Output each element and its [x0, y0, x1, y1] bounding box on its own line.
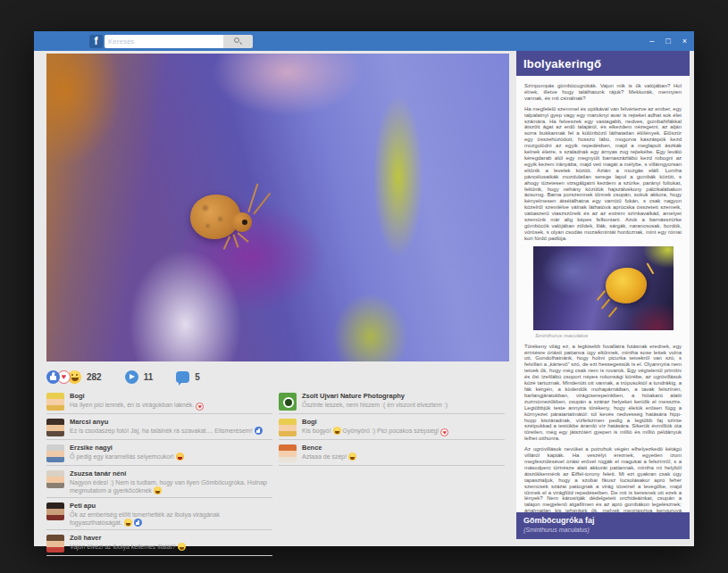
- comment-row: Zoli haverVajon élvezi az ibolya kelleme…: [46, 530, 272, 556]
- bug-antenna: [253, 193, 271, 215]
- comment-text: Vajon élvezi az ibolya kellemes illatát?: [70, 543, 186, 551]
- springtail-bug-figure: [190, 189, 253, 248]
- avatar[interactable]: [279, 419, 297, 436]
- avatar[interactable]: [279, 393, 297, 411]
- comments-right-column: Zsolt Ujvari Nature PhotographyŐszinte l…: [279, 388, 505, 556]
- reactions-row: ♥ 282 11 5: [46, 361, 509, 386]
- like-reaction-icon[interactable]: [46, 370, 60, 384]
- species-footer: Gömböcugróka faj (Sminthurus maculatus): [516, 512, 690, 539]
- comment-author[interactable]: Zsuzsa tanár néni: [70, 469, 272, 478]
- comment-row: Zsolt Ujvari Nature PhotographyŐszinte l…: [279, 388, 505, 414]
- article-paragraph: Az ugróvillások nevüket a potrohuk végén…: [524, 446, 682, 512]
- heart-eyes-emoji-icon: [176, 453, 184, 461]
- window-controls: – □ ×: [649, 31, 687, 51]
- bug-body: [190, 195, 240, 239]
- comment-text: Ha ilyen pici lennék, én is virágokban l…: [70, 401, 204, 411]
- avatar[interactable]: [46, 470, 64, 488]
- comment-row: BogiKis bogyó! Gyönyörű :) Pici pocakos …: [279, 414, 505, 440]
- comment-row: Zsuzsa tanár néniNagyon édes! :) Nem is …: [46, 466, 272, 498]
- species-name: Gömböcugróka faj: [523, 516, 682, 526]
- comments-left-column: BogiHa ilyen pici lennék, én is virágokb…: [46, 388, 272, 556]
- comment-author[interactable]: Bogi: [70, 392, 204, 401]
- heart-emoji-icon: ♥: [196, 403, 204, 411]
- blue-like-emoji-icon: [255, 427, 263, 435]
- facebook-logo-icon[interactable]: f: [89, 35, 103, 48]
- bug-leg: [232, 234, 238, 248]
- comment-text: Nagyon édes! :) Nem is tudtam, hogy van …: [70, 478, 272, 494]
- title-bar: f – □ ×: [34, 31, 694, 51]
- post-photo[interactable]: [46, 54, 509, 361]
- comment-text: Ő pedig egy karamellás selyemcukor!: [70, 453, 184, 461]
- comment-text: Ők az emberiség előtt ismerhették az ibo…: [70, 511, 272, 527]
- comment-bubble-icon[interactable]: [176, 371, 189, 383]
- laugh-emoji-icon: [333, 427, 341, 435]
- comment-body: Zsuzsa tanár néniNagyon édes! :) Nem is …: [70, 469, 272, 494]
- avatar[interactable]: [46, 502, 64, 520]
- comment-text: Aztaaa de szép!: [302, 453, 356, 461]
- species-latin-name: (Sminthurus maculatus): [523, 526, 682, 534]
- laugh-emoji-icon: [348, 453, 356, 461]
- bug-eye: [242, 220, 247, 225]
- comment-body: Zoli haverVajon élvezi az ibolya kelleme…: [70, 534, 186, 552]
- reaction-count[interactable]: 282: [87, 372, 102, 382]
- comment-body: BenceAztaaa de szép!: [302, 444, 356, 462]
- comment-row: Marcsi anyuEz is csodaszép fotó! Jaj, ha…: [46, 414, 272, 440]
- app-window: f – □ ×: [34, 31, 694, 546]
- comment-body: BogiKis bogyó! Gyönyörű :) Pici pocakos …: [302, 418, 448, 436]
- laugh-emoji-icon: [154, 486, 162, 494]
- laugh-emoji-icon: [124, 519, 132, 527]
- comment-body: Zsolt Ujvari Nature PhotographyŐszinte l…: [302, 392, 448, 411]
- comment-body: Marcsi anyuEz is csodaszép fotó! Jaj, ha…: [70, 418, 263, 436]
- comment-author[interactable]: Erzsike nagyi: [70, 444, 184, 453]
- comment-author[interactable]: Bence: [302, 444, 356, 453]
- comment-body: BogiHa ilyen pici lennék, én is virágokb…: [70, 392, 204, 411]
- comment-text: Ez is csodaszép fotó! Jaj, ha találnék r…: [70, 427, 263, 435]
- bug-leg: [237, 232, 249, 243]
- article-inline-photo[interactable]: [533, 246, 674, 330]
- comment-author[interactable]: Bogi: [302, 418, 448, 427]
- search-input[interactable]: [105, 35, 223, 48]
- article-paragraph: Színpompás gömböcugrókák. Vajon mik is ő…: [524, 83, 682, 102]
- comment-row: BogiHa ilyen pici lennék, én is virágokb…: [46, 388, 272, 414]
- comment-row: Erzsike nagyiŐ pedig egy karamellás sely…: [46, 440, 272, 466]
- article-sidebar: Ibolyakeringő Színpompás gömböcugrókák. …: [516, 51, 690, 546]
- yellow-springtail-figure: [606, 268, 647, 303]
- post-column: ♥ 282 11 5 BogiHa ilyen pici lennék, én …: [34, 51, 509, 546]
- comment-author[interactable]: Peti apu: [70, 502, 272, 511]
- close-button[interactable]: ×: [682, 37, 687, 46]
- article-paragraph: Törékeny világ ez, a legkisebb fuvallatr…: [524, 344, 682, 443]
- comment-body: Peti apuŐk az emberiség előtt ismerhetté…: [70, 502, 272, 527]
- avatar[interactable]: [46, 419, 64, 436]
- wink-emoji-icon: [178, 543, 186, 551]
- photo-caption: Sminthurus maculatus: [535, 333, 682, 338]
- share-icon[interactable]: [125, 370, 138, 384]
- avatar[interactable]: [46, 444, 64, 462]
- minimize-button[interactable]: –: [649, 37, 654, 46]
- comment-text: Kis bogyó! Gyönyörű :) Pici pocakos szép…: [302, 427, 448, 436]
- article-body: Színpompás gömböcugrókák. Vajon mik is ő…: [516, 76, 690, 512]
- maximize-button[interactable]: □: [665, 37, 670, 46]
- comment-author[interactable]: Zsolt Ujvari Nature Photography: [302, 392, 448, 401]
- avatar[interactable]: [279, 444, 297, 462]
- bug-leg: [222, 236, 230, 249]
- blue-like-emoji-icon: [134, 519, 142, 527]
- avatar[interactable]: [46, 535, 64, 552]
- heart-emoji-icon: ♥: [440, 428, 448, 436]
- comment-row: BenceAztaaa de szép!: [279, 440, 505, 466]
- share-count[interactable]: 11: [144, 372, 154, 382]
- article-paragraph: Ha megfelelő szemmel és optikával van fe…: [524, 106, 682, 242]
- article-title: Ibolyakeringő: [516, 51, 690, 76]
- search-icon: [234, 37, 239, 43]
- comments-section: BogiHa ilyen pici lennék, én is virágokb…: [46, 388, 509, 556]
- content-area: ♥ 282 11 5 BogiHa ilyen pici lennék, én …: [34, 51, 694, 546]
- comment-author[interactable]: Marcsi anyu: [70, 418, 263, 427]
- comment-body: Erzsike nagyiŐ pedig egy karamellás sely…: [70, 444, 184, 462]
- search-button[interactable]: [223, 35, 253, 48]
- comment-row: Peti apuŐk az emberiség előtt ismerhetté…: [46, 498, 272, 530]
- comment-text: Őszinte leszek, nem hiszem :( én viszont…: [302, 401, 448, 409]
- comment-count[interactable]: 5: [195, 372, 200, 382]
- comment-author[interactable]: Zoli haver: [70, 534, 186, 543]
- avatar[interactable]: [46, 393, 64, 411]
